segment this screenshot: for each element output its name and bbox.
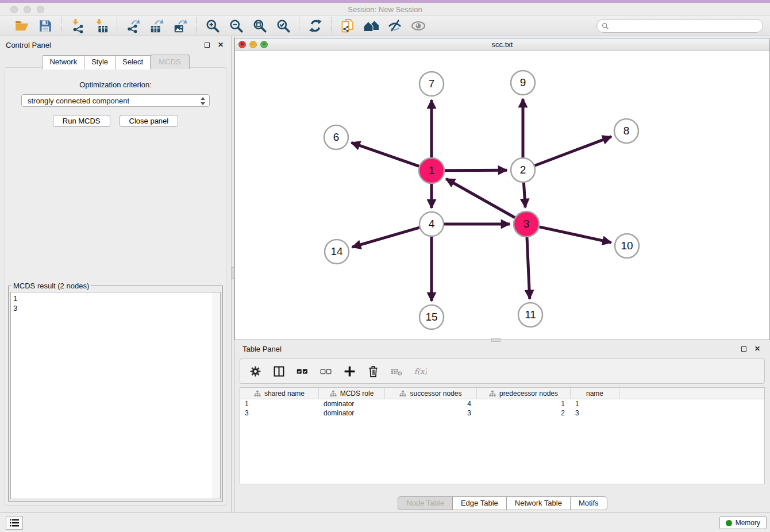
status-bar: Memory — [0, 512, 770, 532]
cell-name[interactable]: 3 — [571, 408, 619, 418]
cell-predecessor-nodes[interactable]: 2 — [477, 408, 571, 418]
cell-shared-name[interactable]: 1 — [240, 399, 319, 408]
column-sort-icon — [489, 390, 496, 397]
mcds-tab-content: Optimization criterion: strongly connect… — [5, 67, 226, 506]
close-panel-button[interactable]: Close panel — [120, 115, 179, 127]
tab-network[interactable]: Network — [42, 55, 84, 70]
edge-2-8[interactable] — [535, 137, 611, 165]
column-header-shared-name[interactable]: shared name — [240, 388, 319, 399]
zoom-out-icon[interactable] — [228, 18, 244, 34]
task-history-button[interactable] — [6, 516, 23, 530]
column-header-predecessor-nodes[interactable]: predecessor nodes — [477, 388, 571, 399]
select-all-checkboxes-icon[interactable] — [295, 364, 309, 378]
zoom-fit-icon[interactable] — [252, 18, 267, 34]
import-table-icon[interactable] — [93, 18, 109, 34]
table-row-2[interactable]: 3dominator323 — [240, 408, 764, 418]
run-mcds-button[interactable]: Run MCDS — [53, 115, 110, 127]
table-panel-title: Table Panel — [242, 345, 734, 353]
zoom-selected-icon[interactable] — [275, 18, 291, 34]
column-chooser-icon[interactable] — [272, 364, 286, 378]
tab-node-table[interactable]: Node Table — [398, 496, 453, 510]
tab-style[interactable]: Style — [84, 55, 116, 70]
edge-1-2[interactable] — [445, 170, 507, 171]
optimization-criterion-value: strongly connected component — [28, 97, 129, 105]
export-network-icon[interactable] — [125, 18, 141, 34]
cell-successor-nodes[interactable]: 4 — [385, 399, 477, 408]
mcds-result-textarea[interactable]: 1 3 — [10, 292, 221, 499]
table-row-1[interactable]: 1dominator411 — [240, 399, 764, 408]
titlebar[interactable]: Session: New Session — [0, 3, 770, 16]
delete-table-icon — [390, 364, 403, 378]
edge-4-14[interactable] — [352, 228, 419, 247]
window-title: Session: New Session — [0, 5, 770, 14]
cell-mcds-role[interactable]: dominator — [319, 408, 385, 418]
svg-text:f(x): f(x) — [414, 367, 426, 376]
toolbar-group-refresh — [299, 17, 332, 34]
table-float-panel-icon[interactable] — [739, 344, 748, 353]
tab-select[interactable]: Select — [115, 55, 151, 70]
open-session-icon[interactable] — [14, 18, 29, 34]
hide-selected-icon[interactable] — [387, 18, 402, 34]
search-input[interactable] — [611, 21, 763, 31]
tab-edge-table[interactable]: Edge Table — [452, 496, 507, 510]
column-sort-icon — [399, 390, 406, 397]
table-close-panel-icon[interactable]: ✕ — [753, 344, 762, 353]
memory-button[interactable]: Memory — [719, 516, 767, 529]
table-settings-gear-icon[interactable] — [248, 364, 262, 378]
search-icon — [602, 22, 609, 30]
delete-column-icon[interactable] — [366, 364, 380, 378]
network-window-title: scc.txt — [235, 40, 769, 49]
toolbar-group-zoom — [197, 17, 299, 34]
zoom-in-icon[interactable] — [205, 18, 220, 34]
tab-mcds[interactable]: MCDS — [150, 55, 189, 69]
edge-3-1[interactable] — [446, 179, 515, 217]
control-panel-tabs: NetworkStyleSelectMCDS — [0, 55, 231, 70]
deselect-all-checkboxes-icon[interactable] — [319, 364, 333, 378]
node-label-15: 15 — [425, 311, 437, 323]
optimization-criterion-label: Optimization criterion: — [5, 80, 226, 89]
search-box[interactable] — [596, 19, 763, 33]
node-label-4: 4 — [429, 218, 435, 230]
node-label-1: 1 — [429, 164, 435, 176]
tab-motifs[interactable]: Motifs — [570, 496, 607, 510]
export-table-icon[interactable] — [149, 18, 164, 34]
edge-2-3[interactable] — [523, 183, 525, 207]
horizontal-splitter-grip[interactable] — [491, 338, 500, 342]
network-view-window: ✕ − + scc.txt 7968124314101511 — [234, 38, 770, 340]
cell-shared-name[interactable]: 3 — [240, 408, 319, 418]
column-header-mcds-role[interactable]: MCDS role — [319, 388, 385, 399]
edge-1-6[interactable] — [351, 142, 419, 166]
table-body: 1dominator4113dominator323 — [240, 399, 764, 418]
node-label-9: 9 — [520, 76, 526, 88]
application-window: Session: New Session — [0, 0, 770, 532]
export-image-icon[interactable] — [172, 18, 188, 34]
column-header-name[interactable]: name — [571, 388, 619, 399]
first-neighbors-icon[interactable] — [363, 18, 379, 34]
mcds-result-scrollbar[interactable] — [213, 292, 220, 499]
network-window-titlebar[interactable]: ✕ − + scc.txt — [235, 38, 769, 51]
node-table[interactable]: shared nameMCDS rolesuccessor nodesprede… — [240, 387, 765, 484]
node-label-2: 2 — [520, 164, 526, 176]
close-panel-icon[interactable]: ✕ — [216, 40, 225, 49]
column-sort-icon — [330, 390, 337, 397]
optimization-criterion-select[interactable]: strongly connected component — [21, 94, 210, 107]
cell-mcds-role[interactable]: dominator — [319, 399, 385, 408]
toolbar-group-import — [61, 17, 117, 34]
edge-3-10[interactable] — [539, 227, 611, 242]
import-network-icon[interactable] — [70, 18, 85, 34]
refresh-icon[interactable] — [307, 18, 323, 34]
node-label-11: 11 — [525, 309, 536, 321]
cell-predecessor-nodes[interactable]: 1 — [477, 399, 571, 408]
save-session-icon[interactable] — [37, 18, 53, 34]
new-network-from-selection-icon[interactable] — [340, 18, 355, 34]
tab-network-table[interactable]: Network Table — [506, 496, 571, 510]
network-canvas[interactable]: 7968124314101511 — [235, 51, 769, 340]
show-all-icon — [410, 18, 426, 34]
main-toolbar — [0, 16, 770, 36]
column-header-successor-nodes[interactable]: successor nodes — [385, 388, 477, 399]
cell-successor-nodes[interactable]: 3 — [385, 408, 477, 418]
edge-3-11[interactable] — [527, 237, 530, 299]
cell-name[interactable]: 1 — [571, 399, 619, 408]
add-column-icon[interactable] — [342, 364, 356, 378]
float-panel-icon[interactable] — [202, 40, 211, 49]
